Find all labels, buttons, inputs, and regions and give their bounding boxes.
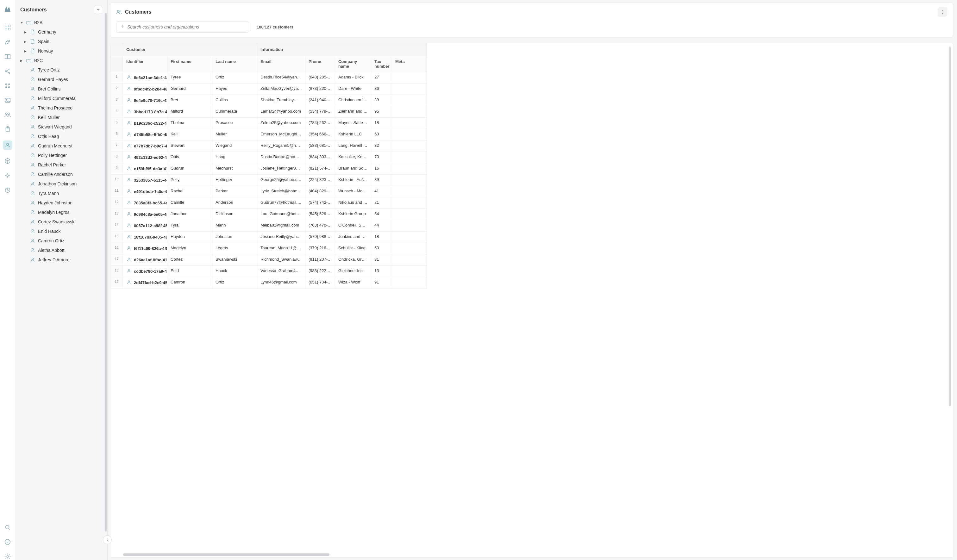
cell-tax[interactable]: 32 xyxy=(371,140,392,152)
cell-phone[interactable]: (534) 779-5697 xyxy=(305,106,335,118)
cell-phone[interactable]: (821) 574-7556 xyxy=(305,163,335,175)
cell-company[interactable]: Gleichner Inc xyxy=(335,266,371,277)
cell-id[interactable]: d26aa1af-0fbc-41c xyxy=(123,254,167,266)
cell-company[interactable]: Dare - White xyxy=(335,84,371,95)
cell-meta[interactable] xyxy=(392,140,427,152)
cell-first-name[interactable]: Gerhard xyxy=(167,84,212,95)
cell-meta[interactable] xyxy=(392,106,427,118)
th-first-name[interactable]: First name xyxy=(167,56,212,72)
cell-tax[interactable]: 86 xyxy=(371,84,392,95)
tree-person[interactable]: Tyree Ortiz xyxy=(15,65,107,75)
cell-meta[interactable] xyxy=(392,95,427,106)
cell-tax[interactable]: 27 xyxy=(371,72,392,84)
cell-id[interactable]: 2df47fad-b2c9-45a xyxy=(123,277,167,289)
gear-flower-icon[interactable] xyxy=(4,172,11,179)
cell-id[interactable]: d745b58e-5fb0-48 xyxy=(123,129,167,140)
cell-id[interactable]: b19c236c-c522-40 xyxy=(123,118,167,129)
team-icon[interactable] xyxy=(4,111,11,118)
cell-tax[interactable]: 39 xyxy=(371,175,392,186)
th-last-name[interactable]: Last name xyxy=(212,56,257,72)
tree-person[interactable]: Milford Cummerata xyxy=(15,94,107,103)
cell-meta[interactable] xyxy=(392,163,427,175)
cell-phone[interactable]: (354) 666-3796 xyxy=(305,129,335,140)
th-meta[interactable]: Meta xyxy=(392,56,427,72)
tree-doc-norway[interactable]: ▶Norway xyxy=(15,46,107,56)
cell-last-name[interactable]: Collins xyxy=(212,95,257,106)
add-button[interactable]: + xyxy=(94,6,102,14)
cell-email[interactable]: Destin.Rice54@yahoo.com xyxy=(257,72,305,84)
cell-last-name[interactable]: Parker xyxy=(212,186,257,197)
cell-email[interactable]: Gudrun77@hotmail.com xyxy=(257,197,305,209)
grid-icon[interactable] xyxy=(4,82,11,89)
cell-meta[interactable] xyxy=(392,243,427,254)
cell-tax[interactable]: 21 xyxy=(371,197,392,209)
cell-first-name[interactable]: Madelyn xyxy=(167,243,212,254)
cell-email[interactable]: Zelma25@yahoo.com xyxy=(257,118,305,129)
tree-person[interactable]: Bret Collins xyxy=(15,84,107,94)
cell-meta[interactable] xyxy=(392,220,427,232)
cell-last-name[interactable]: Anderson xyxy=(212,197,257,209)
cell-email[interactable]: Taurean_Mann11@yahoo. xyxy=(257,243,305,254)
cell-tax[interactable]: 50 xyxy=(371,243,392,254)
cell-tax[interactable]: 41 xyxy=(371,186,392,197)
cell-meta[interactable] xyxy=(392,152,427,163)
cell-tax[interactable]: 53 xyxy=(371,129,392,140)
tree-folder-b2c[interactable]: ▶B2C xyxy=(15,56,107,65)
th-identifier[interactable]: Identifier xyxy=(123,56,167,72)
cell-first-name[interactable]: Kelli xyxy=(167,129,212,140)
tree-person[interactable]: Camille Anderson xyxy=(15,170,107,179)
cell-phone[interactable]: (579) 988-6800 xyxy=(305,232,335,243)
tree-person[interactable]: Stewart Wiegand xyxy=(15,122,107,132)
cell-first-name[interactable]: Rachel xyxy=(167,186,212,197)
cell-company[interactable]: Nikolaus and Sons xyxy=(335,197,371,209)
cell-last-name[interactable]: Medhurst xyxy=(212,163,257,175)
tree-doc-germany[interactable]: ▶Germany xyxy=(15,27,107,37)
cell-tax[interactable]: 18 xyxy=(371,118,392,129)
cell-last-name[interactable]: Muller xyxy=(212,129,257,140)
share-icon[interactable] xyxy=(4,68,11,75)
cell-email[interactable]: Lamar24@yahoo.com xyxy=(257,106,305,118)
cell-email[interactable]: George25@yahoo.com xyxy=(257,175,305,186)
cell-first-name[interactable]: Ottis xyxy=(167,152,212,163)
cell-last-name[interactable]: Wiegand xyxy=(212,140,257,152)
cell-company[interactable]: O'Connell, Smitham xyxy=(335,220,371,232)
cell-company[interactable]: Christiansen Inc xyxy=(335,95,371,106)
cell-last-name[interactable]: Cummerata xyxy=(212,106,257,118)
th-phone[interactable]: Phone xyxy=(305,56,335,72)
cell-phone[interactable]: (784) 262-2953 xyxy=(305,118,335,129)
cell-first-name[interactable]: Milford xyxy=(167,106,212,118)
cell-meta[interactable] xyxy=(392,254,427,266)
cell-id[interactable]: e491dbcb-1c0c-45 xyxy=(123,186,167,197)
tree-person[interactable]: Jeffrey D'Amore xyxy=(15,255,107,265)
cell-phone[interactable]: (241) 940-9384 xyxy=(305,95,335,106)
cell-email[interactable]: Vanessa_Graham47@yahc xyxy=(257,266,305,277)
cell-company[interactable]: Kshlerin LLC xyxy=(335,129,371,140)
cell-first-name[interactable]: Stewart xyxy=(167,140,212,152)
cell-last-name[interactable]: Johnston xyxy=(212,232,257,243)
cell-phone[interactable]: (583) 681-4745 xyxy=(305,140,335,152)
tree-person[interactable]: Enid Hauck xyxy=(15,227,107,236)
cell-first-name[interactable]: Jonathon xyxy=(167,209,212,220)
cell-first-name[interactable]: Bret xyxy=(167,95,212,106)
tree-person[interactable]: Cortez Swaniawski xyxy=(15,217,107,227)
collapse-sidebar-button[interactable] xyxy=(103,535,112,544)
cell-last-name[interactable]: Hauck xyxy=(212,266,257,277)
cell-meta[interactable] xyxy=(392,266,427,277)
cell-phone[interactable]: (703) 470-8034 xyxy=(305,220,335,232)
cell-tax[interactable]: 16 xyxy=(371,163,392,175)
cell-id[interactable]: 0067a112-a98f-459 xyxy=(123,220,167,232)
cell-email[interactable]: Reilly_Rogahn5@hotmail.c xyxy=(257,140,305,152)
more-menu-button[interactable] xyxy=(938,7,947,17)
cell-last-name[interactable]: Ortiz xyxy=(212,277,257,289)
cell-tax[interactable]: 13 xyxy=(371,266,392,277)
cell-first-name[interactable]: Enid xyxy=(167,266,212,277)
cell-meta[interactable] xyxy=(392,84,427,95)
pie-icon[interactable] xyxy=(4,187,11,194)
tree-person[interactable]: Gudrun Medhurst xyxy=(15,141,107,151)
cell-email[interactable]: Lynn46@gmail.com xyxy=(257,277,305,289)
book-icon[interactable] xyxy=(4,53,11,60)
th-tax[interactable]: Tax number xyxy=(371,56,392,72)
tree-person[interactable]: Rachel Parker xyxy=(15,160,107,170)
cell-last-name[interactable]: Dickinson xyxy=(212,209,257,220)
cell-meta[interactable] xyxy=(392,175,427,186)
